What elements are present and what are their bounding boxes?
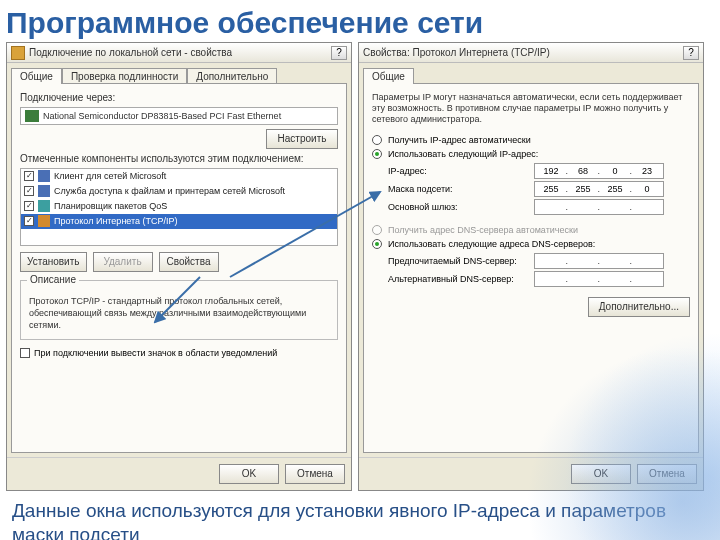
ip-seg[interactable] — [567, 254, 599, 268]
install-button[interactable]: Установить — [20, 252, 87, 272]
titlebar-left[interactable]: Подключение по локальной сети - свойства… — [7, 43, 351, 63]
client-icon — [38, 170, 50, 182]
ip-seg[interactable]: 255 — [567, 182, 599, 196]
list-item-label: Клиент для сетей Microsoft — [54, 171, 166, 181]
list-item-label: Планировщик пакетов QoS — [54, 201, 167, 211]
adapter-icon — [25, 110, 39, 122]
cancel-button[interactable]: Отмена — [637, 464, 697, 484]
remove-button: Удалить — [93, 252, 153, 272]
tcpip-properties-window: Свойства: Протокол Интернета (TCP/IP) ? … — [358, 42, 704, 491]
help-button[interactable]: ? — [331, 46, 347, 60]
radio-manual-dns-label: Использовать следующие адреса DNS-сервер… — [388, 239, 595, 249]
list-item[interactable]: ✓ Планировщик пакетов QoS — [21, 199, 337, 214]
radio-manual-ip-label: Использовать следующий IP-адрес: — [388, 149, 538, 159]
gateway-input[interactable] — [534, 199, 664, 215]
checkbox-icon[interactable]: ✓ — [24, 201, 34, 211]
ip-seg[interactable]: 68 — [567, 164, 599, 178]
ip-seg[interactable] — [535, 200, 567, 214]
ip-seg[interactable] — [631, 200, 663, 214]
notify-label: При подключении вывести значок в области… — [34, 348, 277, 358]
titlebar-right[interactable]: Свойства: Протокол Интернета (TCP/IP) ? — [359, 43, 703, 63]
ip-seg[interactable]: 192 — [535, 164, 567, 178]
checkbox-icon[interactable]: ✓ — [24, 171, 34, 181]
advanced-button[interactable]: Дополнительно... — [588, 297, 690, 317]
dns1-input[interactable] — [534, 253, 664, 269]
dns1-label: Предпочитаемый DNS-сервер: — [388, 256, 528, 266]
description-text: Протокол TCP/IP - стандартный протокол г… — [29, 295, 329, 331]
radio-auto-ip[interactable] — [372, 135, 382, 145]
cancel-button[interactable]: Отмена — [285, 464, 345, 484]
list-item[interactable]: ✓ Клиент для сетей Microsoft — [21, 169, 337, 184]
components-list[interactable]: ✓ Клиент для сетей Microsoft ✓ Служба до… — [20, 168, 338, 246]
ip-seg[interactable] — [567, 272, 599, 286]
ok-button[interactable]: OK — [219, 464, 279, 484]
titlebar-text: Подключение по локальной сети - свойства — [29, 47, 327, 58]
ip-label: IP-адрес: — [388, 166, 528, 176]
ip-seg[interactable]: 255 — [535, 182, 567, 196]
dns2-label: Альтернативный DNS-сервер: — [388, 274, 528, 284]
mask-label: Маска подсети: — [388, 184, 528, 194]
radio-manual-ip[interactable] — [372, 149, 382, 159]
lan-connection-properties-window: Подключение по локальной сети - свойства… — [6, 42, 352, 491]
ip-seg[interactable] — [631, 272, 663, 286]
checkbox-icon[interactable]: ✓ — [24, 186, 34, 196]
window-icon — [11, 46, 25, 60]
ip-seg[interactable] — [567, 200, 599, 214]
titlebar-text: Свойства: Протокол Интернета (TCP/IP) — [363, 47, 679, 58]
configure-button[interactable]: Настроить — [266, 129, 338, 149]
tab-general[interactable]: Общие — [11, 68, 62, 84]
checkbox-icon[interactable]: ✓ — [24, 216, 34, 226]
intro-text: Параметры IP могут назначаться автоматич… — [372, 92, 690, 125]
slide-title: Программное обеспечение сети — [0, 0, 720, 42]
ip-seg[interactable]: 255 — [599, 182, 631, 196]
adapter-field: National Semiconductor DP83815-Based PCI… — [20, 107, 338, 125]
radio-auto-dns — [372, 225, 382, 235]
ip-input[interactable]: 192 68 0 23 — [534, 163, 664, 179]
ip-seg[interactable] — [631, 254, 663, 268]
ip-seg[interactable] — [535, 254, 567, 268]
properties-button[interactable]: Свойства — [159, 252, 219, 272]
tab-general[interactable]: Общие — [363, 68, 414, 84]
list-item[interactable]: ✓ Служба доступа к файлам и принтерам се… — [21, 184, 337, 199]
ip-seg[interactable]: 23 — [631, 164, 663, 178]
tab-authentication[interactable]: Проверка подлинности — [62, 68, 187, 84]
tab-advanced[interactable]: Дополнительно — [187, 68, 277, 84]
ok-button[interactable]: OK — [571, 464, 631, 484]
slide-caption: Данные окна используются для установки я… — [0, 491, 720, 540]
help-button[interactable]: ? — [683, 46, 699, 60]
radio-manual-dns[interactable] — [372, 239, 382, 249]
ip-seg[interactable]: 0 — [599, 164, 631, 178]
ip-seg[interactable] — [599, 254, 631, 268]
ip-seg[interactable] — [599, 272, 631, 286]
description-legend: Описание — [27, 274, 79, 285]
ip-seg[interactable] — [599, 200, 631, 214]
gateway-label: Основной шлюз: — [388, 202, 528, 212]
connect-via-label: Подключение через: — [20, 92, 338, 103]
description-group: Описание Протокол TCP/IP - стандартный п… — [20, 280, 338, 340]
mask-input[interactable]: 255 255 255 0 — [534, 181, 664, 197]
components-label: Отмеченные компоненты используются этим … — [20, 153, 338, 164]
service-icon — [38, 185, 50, 197]
radio-auto-ip-label: Получить IP-адрес автоматически — [388, 135, 531, 145]
list-item[interactable]: ✓ Протокол Интернета (TCP/IP) — [21, 214, 337, 229]
ip-seg[interactable] — [535, 272, 567, 286]
notify-checkbox[interactable] — [20, 348, 30, 358]
radio-auto-dns-label: Получить адрес DNS-сервера автоматически — [388, 225, 578, 235]
list-item-label: Протокол Интернета (TCP/IP) — [54, 216, 178, 226]
tcpip-icon — [38, 215, 50, 227]
qos-icon — [38, 200, 50, 212]
dns2-input[interactable] — [534, 271, 664, 287]
list-item-label: Служба доступа к файлам и принтерам сете… — [54, 186, 285, 196]
ip-seg[interactable]: 0 — [631, 182, 663, 196]
adapter-name: National Semiconductor DP83815-Based PCI… — [43, 111, 281, 121]
